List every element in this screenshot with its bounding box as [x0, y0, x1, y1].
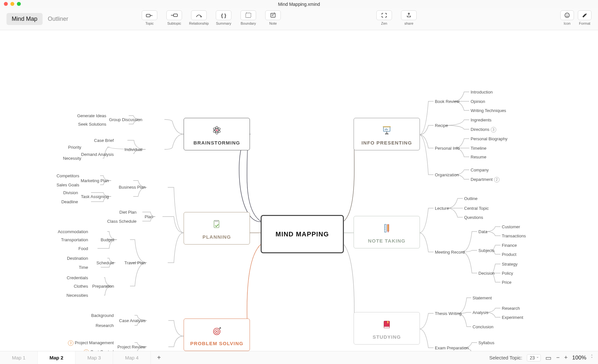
topic-node[interactable]: Ingredients: [471, 118, 491, 122]
minimize-window-button[interactable]: [10, 2, 14, 6]
topic-node[interactable]: Diet Plan: [119, 210, 136, 215]
topic-node[interactable]: Plan: [145, 214, 153, 219]
topic-node[interactable]: Lecture: [435, 206, 449, 211]
topic-node[interactable]: Deadline: [61, 199, 78, 204]
topic-node[interactable]: Destination: [67, 256, 88, 261]
topic-node[interactable]: Product: [502, 252, 516, 257]
selected-count-dropdown[interactable]: 23: [527, 354, 541, 361]
topic-node[interactable]: Department2: [471, 177, 500, 182]
topic-node[interactable]: Transportation: [61, 237, 88, 242]
topic-node[interactable]: Class Schedule: [107, 219, 136, 224]
topic-node[interactable]: Generate Ideas: [77, 113, 106, 118]
format-button[interactable]: Format: [577, 10, 592, 25]
topic-node[interactable]: Finance: [502, 243, 517, 248]
topic-node[interactable]: Policy: [502, 271, 513, 276]
topic-node[interactable]: Writing Techniques: [471, 108, 506, 113]
topic-node[interactable]: Thesis Writing: [435, 311, 462, 316]
topic-node[interactable]: Organization: [435, 172, 459, 177]
topic-button[interactable]: Topic: [138, 10, 161, 25]
branch-studying[interactable]: STUDYING: [354, 312, 420, 345]
branch-info-presenting[interactable]: INFO PRESENTING: [354, 118, 420, 150]
maximize-window-button[interactable]: [17, 2, 21, 6]
map-overview-icon[interactable]: ▭: [545, 354, 552, 362]
topic-node[interactable]: Conclusion: [473, 324, 493, 329]
topic-node[interactable]: Subjects: [478, 248, 495, 253]
zoom-out-button[interactable]: −: [556, 354, 560, 361]
relationship-button[interactable]: Relationship: [188, 10, 210, 25]
topic-node[interactable]: Division: [63, 190, 78, 195]
summary-button[interactable]: { } Summary: [213, 10, 235, 25]
topic-node[interactable]: Sales Goals: [57, 182, 79, 187]
topic-node[interactable]: Meeting Record: [435, 250, 465, 255]
topic-node[interactable]: Food: [78, 246, 88, 251]
topic-node[interactable]: Business Plan: [119, 185, 146, 190]
topic-node[interactable]: Price: [502, 280, 512, 285]
topic-node[interactable]: Case Analysis: [119, 318, 146, 323]
topic-node[interactable]: 3Project Management: [68, 340, 114, 346]
topic-node[interactable]: Necessity: [63, 156, 81, 161]
subtopic-button[interactable]: Subtopic: [163, 10, 185, 25]
topic-node[interactable]: Outline: [464, 196, 477, 201]
add-sheet-button[interactable]: +: [151, 351, 167, 364]
topic-node[interactable]: Timeline: [471, 146, 487, 151]
topic-node[interactable]: Data: [478, 229, 487, 234]
topic-node[interactable]: Credentials: [67, 275, 88, 280]
topic-node[interactable]: Marketing Plan: [81, 178, 109, 183]
topic-node[interactable]: Opinion: [471, 99, 485, 104]
zoom-stepper[interactable]: ˄˅: [591, 356, 593, 360]
topic-node[interactable]: Resume: [471, 155, 486, 159]
topic-node[interactable]: Clothes: [74, 284, 88, 289]
topic-node[interactable]: Transactions: [502, 233, 526, 238]
topic-node[interactable]: Company: [471, 168, 489, 172]
tab-mind-map[interactable]: Mind Map: [6, 13, 43, 25]
topic-node[interactable]: Statement: [473, 295, 492, 300]
topic-node[interactable]: Research: [96, 323, 114, 328]
branch-problem-solving[interactable]: PROBLEM SOLVING: [184, 319, 250, 351]
boundary-button[interactable]: Boundary: [237, 10, 259, 25]
topic-node[interactable]: Customer: [502, 224, 520, 229]
topic-node[interactable]: Preparation: [92, 284, 114, 289]
topic-node[interactable]: Priority: [68, 145, 81, 150]
topic-node[interactable]: Individual: [124, 147, 142, 152]
topic-node[interactable]: Experiment: [502, 315, 523, 320]
topic-node[interactable]: Demand Analysis: [81, 152, 114, 157]
share-button[interactable]: share: [398, 10, 420, 25]
topic-node[interactable]: Book Review: [435, 99, 460, 104]
topic-node[interactable]: Analysis: [473, 310, 488, 315]
topic-node[interactable]: Personal Biography: [471, 136, 507, 141]
topic-node[interactable]: Time: [79, 265, 88, 270]
sheet-tab[interactable]: Map 3: [75, 351, 113, 364]
topic-node[interactable]: Research: [502, 306, 520, 311]
topic-node[interactable]: Decision: [478, 271, 495, 276]
topic-node[interactable]: Seek Solutions: [78, 122, 106, 127]
topic-node[interactable]: Case Brief: [94, 138, 114, 143]
topic-node[interactable]: Competitors: [57, 173, 79, 178]
topic-node[interactable]: Personal Info: [435, 146, 460, 151]
sheet-tab[interactable]: Map 4: [113, 351, 151, 364]
topic-node[interactable]: Task Assigning: [81, 194, 109, 199]
topic-node[interactable]: Budget: [101, 237, 114, 242]
zoom-in-button[interactable]: +: [564, 354, 568, 361]
sheet-tab[interactable]: Map 1: [0, 351, 38, 364]
topic-node[interactable]: Travel Plan: [124, 260, 146, 265]
topic-node[interactable]: Group Discussion: [109, 117, 142, 122]
topic-node[interactable]: Central Topic: [464, 206, 489, 211]
topic-node[interactable]: Project Review: [117, 345, 146, 349]
topic-node[interactable]: Syllabus: [478, 340, 494, 345]
topic-node[interactable]: Questions: [464, 215, 483, 220]
branch-planning[interactable]: PLANNING: [184, 212, 250, 245]
branch-brainstorming[interactable]: BRAINSTORMING: [184, 118, 250, 150]
topic-node[interactable]: Necessities: [67, 293, 88, 298]
topic-node[interactable]: Directions3: [471, 127, 496, 132]
sheet-tab[interactable]: Map 2: [38, 351, 75, 364]
topic-node[interactable]: Accommodation: [58, 229, 88, 234]
close-window-button[interactable]: [4, 2, 8, 6]
topic-node[interactable]: Exam Preparation: [435, 345, 469, 350]
zen-button[interactable]: Zen: [373, 10, 395, 25]
topic-node[interactable]: Recipe: [435, 123, 448, 128]
note-button[interactable]: Note: [262, 10, 284, 25]
topic-node[interactable]: Strategy: [502, 262, 517, 267]
mind-map-canvas[interactable]: MIND MAPPING BRAINSTORMING PLANNING PROB…: [0, 30, 598, 352]
icon-button[interactable]: Icon: [560, 10, 575, 25]
branch-note-taking[interactable]: NOTE TAKING: [354, 216, 420, 248]
